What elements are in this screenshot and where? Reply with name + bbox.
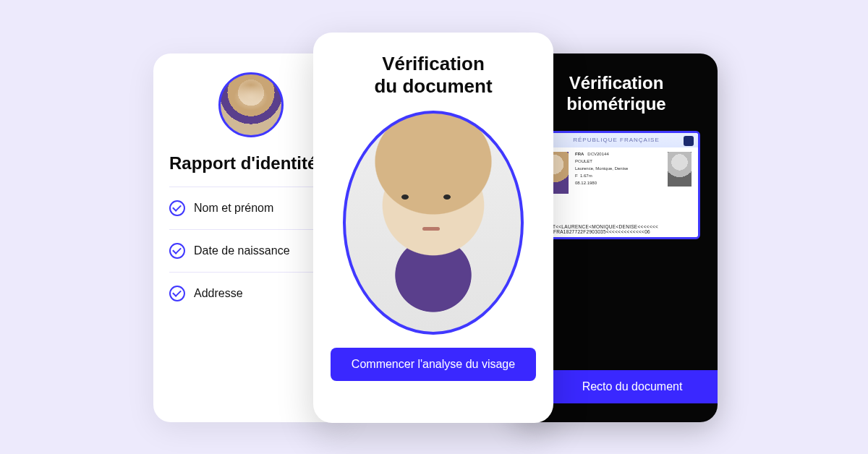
document-verification-card: Vérification du document Commencer l'ana…	[313, 33, 553, 423]
id-card-country-label: RÉPUBLIQUE FRANÇAISE	[573, 137, 660, 143]
list-item-label: Date de naissance	[194, 244, 290, 257]
list-item-label: Nom et prénom	[194, 202, 273, 215]
face-capture-oval	[343, 111, 524, 335]
scan-front-button[interactable]: Recto du document	[531, 370, 718, 403]
list-item: Date de naissance	[169, 229, 333, 272]
biometric-title: Vérification biométrique	[531, 72, 702, 115]
id-card-mrz: OULET<<LAURENCE<MONIQUE<DENISE<<<<<<< 58…	[535, 224, 698, 235]
list-item: Addresse	[169, 272, 333, 314]
identity-report-title: Rapport d'identité	[169, 153, 333, 174]
id-card-photo-bw	[668, 152, 694, 187]
document-verification-title: Vérification du document	[331, 53, 536, 98]
list-item-label: Addresse	[194, 287, 243, 300]
check-icon	[169, 243, 185, 259]
start-face-analysis-button[interactable]: Commencer l'analyse du visage	[331, 348, 536, 381]
id-card-preview: RÉPUBLIQUE FRANÇAISE FRA DCV20144 POULET…	[532, 131, 700, 239]
id-card-badge-icon	[684, 136, 694, 146]
id-card-header: RÉPUBLIQUE FRANÇAISE	[535, 133, 698, 147]
check-icon	[169, 200, 185, 216]
id-card-body: FRA DCV20144 POULET Laurence, Monique, D…	[535, 147, 698, 220]
check-icon	[169, 286, 185, 301]
avatar	[218, 72, 284, 137]
id-card-fields: FRA DCV20144 POULET Laurence, Monique, D…	[575, 152, 663, 215]
list-item: Nom et prénom	[169, 187, 333, 229]
